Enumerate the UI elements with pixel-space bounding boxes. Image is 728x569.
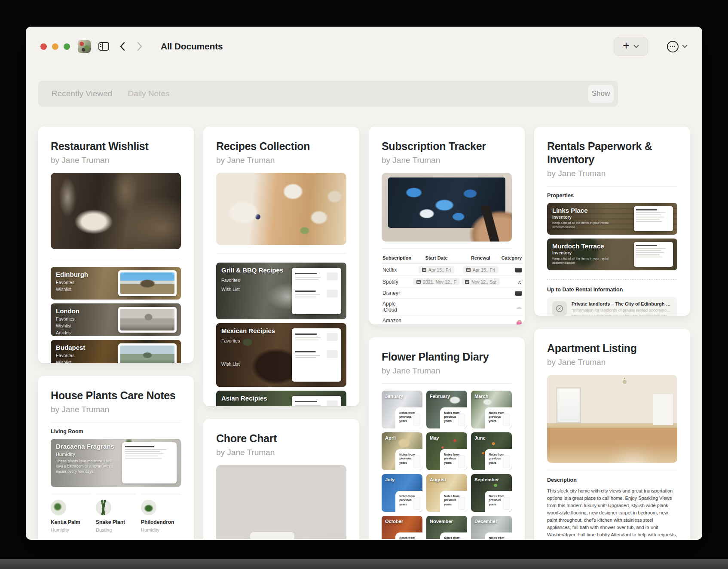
subpage-grill-bbq-recipes[interactable]: Grill & BBQ Recipes Favorites Wish List (216, 263, 346, 319)
subpage-line: Wishlist (56, 323, 122, 328)
sidebar-toggle-button[interactable] (98, 42, 109, 51)
table-row-apple-icloud[interactable]: Apple iCloud (382, 299, 523, 315)
subpage-line: Wish List (221, 361, 287, 367)
document-card-rentals-paperwork[interactable]: Rentals Paperwork & Inventory by Jane Tr… (534, 127, 690, 316)
chevron-right-icon (137, 42, 143, 51)
month-tile-january[interactable]: January Notes from previous years (382, 391, 422, 428)
minimize-button[interactable] (52, 43, 58, 50)
month-tile-may[interactable]: May Notes from previous years (426, 432, 467, 470)
subpage-line: Favorites (56, 316, 122, 321)
toolbar-actions: + ··· (614, 37, 688, 56)
subpage-dracaena-fragrans[interactable]: Dracaena Fragrans Humidity These plants … (51, 439, 181, 487)
close-button[interactable] (40, 43, 47, 50)
month-notes-preview: Notes from previous years (395, 532, 422, 539)
subpage-links-place[interactable]: Links Place Inventory Keep a list of all… (547, 203, 677, 235)
ellipsis-icon: ··· (667, 41, 679, 52)
grid-column-4: Rentals Paperwork & Inventory by Jane Tr… (534, 127, 690, 539)
divider (51, 422, 181, 422)
subscription-name: Spotify (382, 276, 412, 288)
inventory-doc-thumbnail (634, 242, 673, 267)
recipe-doc-thumbnail (292, 396, 341, 406)
document-title: Restaurant Wishlist (51, 140, 181, 153)
zoom-button[interactable] (64, 43, 70, 50)
document-card-house-plants[interactable]: House Plants Care Notes by Jane Truman L… (38, 376, 194, 539)
document-author: by Jane Truman (216, 448, 346, 457)
documents-grid: Restaurant Wishlist by Jane Truman Edinb… (38, 127, 690, 539)
plant-item-kentia-palm[interactable]: Kentia Palm Humidity (51, 494, 91, 532)
grid-column-3: Subscription Tracker by Jane Truman Subs… (369, 127, 525, 539)
section-heading: Properties (547, 193, 677, 199)
page-thumbnail (458, 413, 465, 426)
document-card-restaurant-wishlist[interactable]: Restaurant Wishlist by Jane Truman Edinb… (38, 127, 194, 363)
month-tile-november[interactable]: November Notes from previous years (426, 516, 467, 539)
subpage-edinburgh[interactable]: Edinburgh Favorites Wishlist (51, 267, 181, 300)
month-notes-preview: Notes from previous years (440, 449, 467, 470)
document-title: Flower Planting Diary (382, 350, 512, 364)
subpage-budapest[interactable]: Budapest Favorites Wishlist Articles (51, 340, 181, 363)
recipe-doc-thumbnail (292, 268, 341, 314)
subpage-london[interactable]: London Favorites Wishlist Articles (51, 303, 181, 336)
month-tile-july[interactable]: July Notes from previous years (382, 474, 422, 512)
month-tile-august[interactable]: August Notes from previous years (426, 474, 467, 512)
plant-item-philodendron[interactable]: Philodendron Humidity (141, 494, 181, 532)
subscription-name: Disney+ (382, 288, 412, 299)
column-header: Start Date (412, 253, 461, 264)
document-card-recipes-collection[interactable]: Recipes Collection by Jane Truman Grill … (203, 127, 359, 406)
month-tile-june[interactable]: June Notes from previous years (471, 432, 512, 470)
subpage-mexican-recipies[interactable]: Mexican Recipies Favorites Wish List (216, 323, 346, 387)
subpage-murdoch-terrace[interactable]: Murdoch Terrace Inventory Keep a list of… (547, 239, 677, 270)
month-tile-october[interactable]: October Notes from previous years (382, 516, 422, 539)
inventory-doc-thumbnail (634, 206, 673, 231)
column-header: Subscription (382, 253, 412, 264)
plant-name: Snake Plant (96, 519, 136, 525)
document-author: by Jane Truman (382, 366, 512, 376)
chevron-down-icon (633, 45, 639, 48)
subpage-asian-recipies[interactable]: Asian Recipies Favorites Wish List (216, 391, 346, 406)
plus-icon: + (623, 40, 630, 52)
month-tile-march[interactable]: March Notes from previous years (471, 391, 512, 428)
document-card-chore-chart[interactable]: Chore Chart by Jane Truman (203, 419, 359, 539)
category-cloud-icon (516, 303, 522, 310)
calendar-icon (465, 280, 469, 284)
app-icon[interactable] (78, 40, 91, 53)
tab-daily-notes[interactable]: Daily Notes (128, 89, 169, 98)
divider (547, 186, 677, 187)
table-row-disney[interactable]: Disney+ (382, 288, 523, 299)
page-thumbnail (413, 455, 420, 468)
month-notes-preview: Notes from previous years (395, 449, 422, 470)
recipes-hero-image (216, 173, 346, 245)
link-preview-edinburgh-council[interactable]: Private landlords – The City of Edinburg… (547, 297, 677, 316)
table-row-spotify[interactable]: Spotify 2021. Nov 12., F Nov 12., Sat (382, 276, 523, 288)
month-tile-february[interactable]: February Notes from previous years (426, 391, 467, 428)
table-row-amazon-prime[interactable]: Amazon Prime (382, 315, 523, 325)
subpage-line: Favorites (221, 338, 287, 343)
month-notes-preview: Notes from previous years (485, 449, 512, 470)
calendar-icon (466, 268, 471, 272)
tab-recently-viewed[interactable]: Recently Viewed (52, 89, 112, 98)
section-heading: Living Room (51, 428, 181, 434)
table-row-netflix[interactable]: Netflix Apr 15., Fri Apr 15., Fri (382, 264, 523, 276)
link-text: Private landlords – The City of Edinburg… (572, 301, 672, 316)
document-card-apartment-listing[interactable]: Apartment Listing by Jane Truman Descrip… (534, 329, 690, 539)
month-notes-preview: Notes from previous years (485, 491, 512, 512)
subpage-property: Humidity (56, 452, 113, 457)
document-card-subscription-tracker[interactable]: Subscription Tracker by Jane Truman Subs… (369, 127, 525, 324)
filter-bar: Recently Viewed Daily Notes Show (38, 81, 618, 107)
plant-item-snake-plant[interactable]: Snake Plant Dusting (96, 494, 136, 532)
document-card-flower-planting-diary[interactable]: Flower Planting Diary by Jane Truman Jan… (369, 337, 525, 539)
show-button[interactable]: Show (588, 85, 614, 103)
month-label: December (474, 519, 497, 524)
more-options-button[interactable]: ··· (667, 41, 688, 52)
month-tile-december[interactable]: December Notes from previous years (471, 516, 512, 539)
subpage-line: Wishlist (56, 360, 122, 363)
forward-button[interactable] (137, 42, 143, 51)
date-text: Nov 12., Sat (471, 279, 496, 284)
date-chip: 2021. Nov 12., F (413, 278, 460, 285)
document-author: by Jane Truman (382, 156, 512, 165)
back-button[interactable] (119, 42, 125, 51)
month-label: January (385, 394, 403, 399)
month-tile-april[interactable]: April Notes from previous years (382, 432, 422, 470)
new-document-button[interactable]: + (614, 37, 648, 56)
month-tile-september[interactable]: September Notes from previous years (471, 474, 512, 512)
notes-label: Notes from previous years (399, 536, 416, 539)
